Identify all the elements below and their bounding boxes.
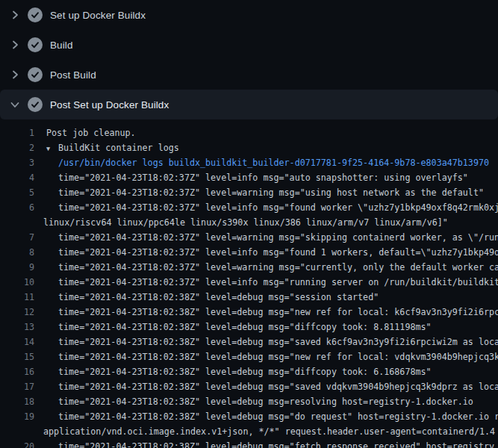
log-line-text: time="2021-04-23T18:02:37Z" level=warnin… <box>34 230 498 245</box>
log-line-content: time="2021-04-23T18:02:37Z" level=info m… <box>58 202 498 213</box>
chevron-down-icon <box>9 99 21 111</box>
log-line-content: time="2021-04-23T18:02:38Z" level=debug … <box>58 322 432 332</box>
chevron-right-icon <box>9 39 21 51</box>
step-header[interactable]: Post Set up Docker Buildx <box>0 90 498 119</box>
log-line-text: time="2021-04-23T18:02:37Z" level=warnin… <box>34 260 498 275</box>
log-line-content: Post job cleanup. <box>46 128 136 138</box>
log-line-content: time="2021-04-23T18:02:38Z" level=debug … <box>58 382 498 392</box>
log-line-number[interactable]: 11 <box>0 290 34 305</box>
log-line-text: time="2021-04-23T18:02:37Z" level=info m… <box>34 275 498 290</box>
log-line-text: time="2021-04-23T18:02:38Z" level=debug … <box>34 320 432 335</box>
log-line-number[interactable] <box>0 215 34 230</box>
log-line: 17 time="2021-04-23T18:02:38Z" level=deb… <box>0 379 498 394</box>
log-line-content: time="2021-04-23T18:02:37Z" level=warnin… <box>58 232 498 243</box>
log-line-number[interactable]: 14 <box>0 335 34 349</box>
log-line: 14 time="2021-04-23T18:02:38Z" level=deb… <box>0 335 498 349</box>
log-line-number[interactable]: 18 <box>0 394 34 409</box>
log-line-number[interactable]: 3 <box>0 155 34 170</box>
log-line-text: time="2021-04-23T18:02:37Z" level=info m… <box>34 200 498 215</box>
chevron-right-icon <box>9 69 21 81</box>
step-label: Set up Docker Buildx <box>50 10 146 21</box>
check-circle-icon <box>28 97 43 112</box>
log-line-number[interactable]: 13 <box>0 320 34 335</box>
log-line-content: time="2021-04-23T18:02:38Z" level=debug … <box>58 396 473 407</box>
log-line-text: time="2021-04-23T18:02:37Z" level=info m… <box>34 170 468 185</box>
step-header[interactable]: Post Build <box>0 60 498 90</box>
log-line-text: time="2021-04-23T18:02:38Z" level=debug … <box>34 409 498 424</box>
log-line: 11 time="2021-04-23T18:02:38Z" level=deb… <box>0 290 498 305</box>
log-line-text: ▼BuildKit container logs <box>34 140 179 155</box>
log-line: 5 time="2021-04-23T18:02:37Z" level=warn… <box>0 185 498 200</box>
log-line-text: time="2021-04-23T18:02:38Z" level=debug … <box>34 439 494 448</box>
step-header[interactable]: Set up Docker Buildx <box>0 0 498 30</box>
log-line-content: linux/riscv64 linux/ppc64le linux/s390x … <box>43 217 448 228</box>
log-line-number[interactable]: 12 <box>0 305 34 320</box>
log-line-number[interactable]: 16 <box>0 364 34 379</box>
log-line: 9 time="2021-04-23T18:02:37Z" level=warn… <box>0 260 498 275</box>
log-line-number[interactable]: 5 <box>0 185 34 200</box>
log-line-text: /usr/bin/docker logs buildx_buildkit_bui… <box>34 155 489 170</box>
log-line-text: Post job cleanup. <box>34 125 136 140</box>
chevron-right-icon <box>9 9 21 21</box>
log-line-text: time="2021-04-23T18:02:37Z" level=info m… <box>34 245 498 260</box>
actions-log-viewer: Set up Docker Buildx Build P <box>0 0 498 448</box>
log-line-content: time="2021-04-23T18:02:37Z" level=info m… <box>58 172 468 183</box>
log-line-content: time="2021-04-23T18:02:37Z" level=warnin… <box>58 187 484 198</box>
log-line-content: application/vnd.oci.image.index.v1+json,… <box>43 426 495 437</box>
log-line-number[interactable]: 2 <box>0 140 34 155</box>
log-line-content: time="2021-04-23T18:02:38Z" level=debug … <box>58 307 498 317</box>
log-line-number[interactable]: 17 <box>0 379 34 394</box>
log-line-content: time="2021-04-23T18:02:38Z" level=debug … <box>58 292 379 302</box>
log-line: 19 time="2021-04-23T18:02:38Z" level=deb… <box>0 409 498 424</box>
log-line-text: time="2021-04-23T18:02:38Z" level=debug … <box>34 349 498 364</box>
log-line-number[interactable]: 9 <box>0 260 34 275</box>
log-line: 16 time="2021-04-23T18:02:38Z" level=deb… <box>0 364 498 379</box>
log-line-content: time="2021-04-23T18:02:37Z" level=info m… <box>58 247 498 258</box>
log-line-content: /usr/bin/docker logs buildx_buildkit_bui… <box>58 158 489 168</box>
log-line-text: time="2021-04-23T18:02:38Z" level=debug … <box>34 305 498 320</box>
steps-list: Set up Docker Buildx Build P <box>0 0 498 119</box>
log-line-text: time="2021-04-23T18:02:38Z" level=debug … <box>34 335 498 349</box>
log-line-text: time="2021-04-23T18:02:38Z" level=debug … <box>34 394 473 409</box>
log-line: 7 time="2021-04-23T18:02:37Z" level=warn… <box>0 230 498 245</box>
log-line-text: time="2021-04-23T18:02:38Z" level=debug … <box>34 290 379 305</box>
log-line: 10 time="2021-04-23T18:02:37Z" level=inf… <box>0 275 498 290</box>
log-line: 13 time="2021-04-23T18:02:38Z" level=deb… <box>0 320 498 335</box>
log-line: 2 ▼BuildKit container logs <box>0 140 498 155</box>
log-line-number[interactable] <box>0 424 34 439</box>
log-line-content: time="2021-04-23T18:02:38Z" level=debug … <box>58 352 498 362</box>
log-line-number[interactable]: 10 <box>0 275 34 290</box>
log-line-content: time="2021-04-23T18:02:37Z" level=warnin… <box>58 262 498 273</box>
group-collapse-icon[interactable]: ▼ <box>46 141 58 155</box>
step-label: Post Set up Docker Buildx <box>50 99 169 111</box>
log-line-content: time="2021-04-23T18:02:38Z" level=debug … <box>58 337 498 347</box>
log-line: 4 time="2021-04-23T18:02:37Z" level=info… <box>0 170 498 185</box>
log-line-number[interactable]: 4 <box>0 170 34 185</box>
log-line: linux/riscv64 linux/ppc64le linux/s390x … <box>0 215 498 230</box>
log-line: 15 time="2021-04-23T18:02:38Z" level=deb… <box>0 349 498 364</box>
log-line-number[interactable]: 20 <box>0 439 34 448</box>
check-circle-icon <box>28 67 43 82</box>
log-line-number[interactable]: 8 <box>0 245 34 260</box>
log-line-content: time="2021-04-23T18:02:38Z" level=debug … <box>58 441 494 448</box>
check-circle-icon <box>28 37 43 52</box>
log-line-number[interactable]: 7 <box>0 230 34 245</box>
log-line-number[interactable]: 15 <box>0 349 34 364</box>
step-label: Post Build <box>50 69 96 81</box>
log-line-text: time="2021-04-23T18:02:38Z" level=debug … <box>34 364 432 379</box>
log-line-text: linux/riscv64 linux/ppc64le linux/s390x … <box>34 215 448 230</box>
log-line-text: application/vnd.oci.image.index.v1+json,… <box>34 424 495 439</box>
log-area: 1 Post job cleanup. 2 ▼BuildKit containe… <box>0 119 498 448</box>
log-line-content: BuildKit container logs <box>58 143 179 153</box>
log-line: 1 Post job cleanup. <box>0 125 498 140</box>
log-line-content: time="2021-04-23T18:02:37Z" level=info m… <box>58 277 498 287</box>
log-line: 18 time="2021-04-23T18:02:38Z" level=deb… <box>0 394 498 409</box>
log-line-number[interactable]: 19 <box>0 409 34 424</box>
log-line: 20 time="2021-04-23T18:02:38Z" level=deb… <box>0 439 498 448</box>
log-line-number[interactable]: 1 <box>0 125 34 140</box>
log-line-number[interactable]: 6 <box>0 200 34 215</box>
log-line: application/vnd.oci.image.index.v1+json,… <box>0 424 498 439</box>
log-line: 6 time="2021-04-23T18:02:37Z" level=info… <box>0 200 498 215</box>
step-header[interactable]: Build <box>0 30 498 60</box>
log-line-text: time="2021-04-23T18:02:37Z" level=warnin… <box>34 185 484 200</box>
